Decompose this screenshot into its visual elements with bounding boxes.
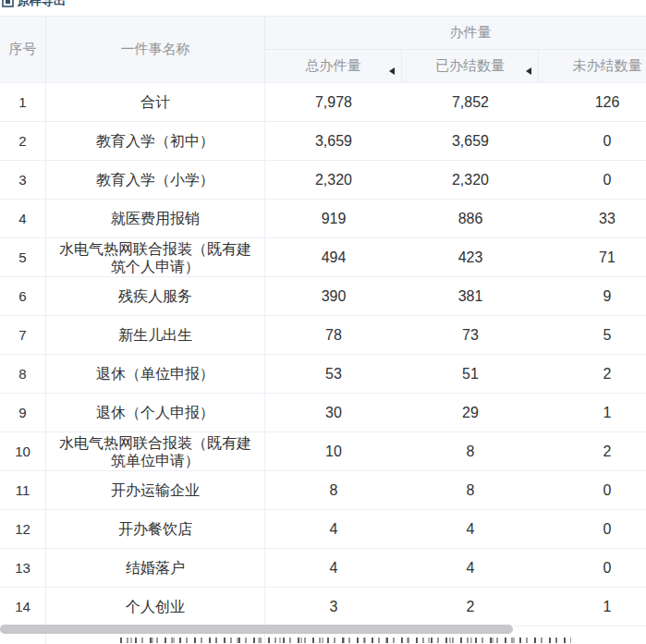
row-total-cell: 4 — [265, 549, 402, 587]
table-row: 10 水电气热网联合报装（既有建筑单位申请） 10 8 2 — [0, 432, 646, 471]
table-row: 11 开办运输企业 8 8 0 — [0, 471, 646, 510]
table-row: 2 教育入学（初中） 3,659 3,659 0 — [0, 122, 646, 161]
row-total-cell: 3,659 — [265, 122, 402, 160]
table-row: 7 新生儿出生 78 73 5 — [0, 316, 646, 355]
row-index-cell: 13 — [0, 549, 46, 587]
row-index-cell: 3 — [0, 161, 46, 199]
table-row: 1 合计 7,978 7,852 126 — [0, 83, 646, 122]
row-index-cell: 11 — [0, 471, 46, 509]
header-total-label: 总办件量 — [306, 57, 361, 75]
row-done-cell: 51 — [402, 355, 539, 393]
sort-caret-icon[interactable] — [526, 67, 531, 75]
table-row: 3 教育入学（小学） 2,320 2,320 0 — [0, 161, 646, 200]
table-header: 序号 一件事名称 办件量 总办件量 已办结数量 未办结数量 — [0, 16, 646, 83]
row-total-cell: 4 — [265, 510, 402, 548]
table-row: 14 个人创业 3 2 1 — [0, 588, 646, 626]
row-name-cell: 水电气热网联合报装（既有建筑单位申请） — [46, 432, 265, 470]
header-total[interactable]: 总办件量 — [265, 50, 402, 83]
row-index-cell: 14 — [0, 588, 46, 626]
horizontal-scrollbar-thumb[interactable] — [0, 625, 513, 634]
header-undone-label: 未办结数量 — [573, 57, 642, 75]
row-index-cell: 8 — [0, 355, 46, 393]
row-undone-cell: 2 — [539, 355, 646, 393]
header-group-label: 办件量 — [265, 17, 646, 50]
row-index-cell: 12 — [0, 510, 46, 548]
table-viewport: 序号 一件事名称 办件量 总办件量 已办结数量 未办结数量 — [0, 16, 646, 644]
header-subrow: 总办件量 已办结数量 未办结数量 — [265, 50, 646, 83]
row-total-cell: 2,320 — [265, 161, 402, 199]
row-done-cell: 423 — [402, 238, 539, 276]
row-total-cell: 8 — [265, 471, 402, 509]
row-done-cell: 3,659 — [402, 122, 539, 160]
row-done-cell: 2 — [402, 588, 539, 626]
row-done-cell: 8 — [402, 471, 539, 509]
row-index-cell: 7 — [0, 316, 46, 354]
row-undone-cell: 71 — [539, 238, 646, 276]
row-name-cell: 合计 — [46, 83, 265, 121]
row-name-cell: 教育入学（小学） — [46, 161, 265, 199]
row-done-cell: 886 — [402, 200, 539, 237]
row-undone-cell: 9 — [539, 277, 646, 315]
row-total-cell: 30 — [265, 394, 402, 431]
row-name-cell: 新生儿出生 — [46, 316, 265, 354]
table-row: 9 退休（个人申报） 30 29 1 — [0, 394, 646, 432]
row-index-cell: 2 — [0, 122, 46, 160]
header-done-label: 已办结数量 — [435, 57, 505, 75]
row-name-cell: 结婚落户 — [46, 549, 265, 587]
table-row: 8 退休（单位申报） 53 51 2 — [0, 355, 646, 394]
row-undone-cell: 0 — [539, 471, 646, 509]
header-group-volume: 办件量 总办件量 已办结数量 未办结数量 — [265, 17, 646, 82]
row-done-cell: 73 — [402, 316, 539, 354]
row-index-cell: 5 — [0, 238, 46, 276]
table-row: 4 就医费用报销 919 886 33 — [0, 200, 646, 238]
row-undone-cell: 0 — [539, 122, 646, 160]
row-index-cell: 1 — [0, 83, 46, 121]
row-index-cell: 9 — [0, 394, 46, 431]
row-undone-cell: 0 — [539, 510, 646, 548]
row-total-cell: 494 — [265, 238, 402, 276]
table-row: 6 残疾人服务 390 381 9 — [0, 277, 646, 316]
row-total-cell: 390 — [265, 277, 402, 315]
header-name: 一件事名称 — [46, 17, 265, 82]
header-index: 序号 — [0, 17, 46, 82]
row-total-cell: 10 — [265, 432, 402, 470]
clipped-row-text — [120, 638, 571, 643]
export-original-label: 原样导出 — [18, 0, 66, 8]
row-name-cell: 开办运输企业 — [46, 471, 265, 509]
data-table: 序号 一件事名称 办件量 总办件量 已办结数量 未办结数量 — [0, 16, 646, 644]
row-undone-cell: 0 — [539, 161, 646, 199]
row-name-cell: 水电气热网联合报装（既有建筑个人申请） — [46, 238, 265, 276]
row-undone-cell: 0 — [539, 549, 646, 587]
row-done-cell: 381 — [402, 277, 539, 315]
row-total-cell: 7,978 — [265, 83, 402, 121]
row-index-cell: 10 — [0, 432, 46, 470]
row-done-cell: 2,320 — [402, 161, 539, 199]
row-done-cell: 4 — [402, 510, 539, 548]
row-name-cell: 退休（个人申报） — [46, 394, 265, 431]
export-original-button[interactable]: 原样导出 — [2, 0, 66, 8]
row-name-cell: 就医费用报销 — [46, 200, 265, 237]
header-done[interactable]: 已办结数量 — [402, 50, 539, 83]
row-name-cell: 个人创业 — [46, 588, 265, 626]
row-undone-cell: 2 — [539, 432, 646, 470]
header-undone[interactable]: 未办结数量 — [539, 50, 646, 83]
row-name-cell: 开办餐饮店 — [46, 510, 265, 548]
row-index-cell: 6 — [0, 277, 46, 315]
row-name-cell: 残疾人服务 — [46, 277, 265, 315]
row-total-cell: 919 — [265, 200, 402, 237]
row-name-cell: 教育入学（初中） — [46, 122, 265, 160]
row-undone-cell: 1 — [539, 588, 646, 626]
row-undone-cell: 5 — [539, 316, 646, 354]
export-document-icon — [2, 0, 14, 7]
row-done-cell: 7,852 — [402, 83, 539, 121]
row-total-cell: 3 — [265, 588, 402, 626]
table-row: 13 结婚落户 4 4 0 — [0, 549, 646, 588]
row-total-cell: 53 — [265, 355, 402, 393]
row-undone-cell: 126 — [539, 83, 646, 121]
row-total-cell: 78 — [265, 316, 402, 354]
table-row: 5 水电气热网联合报装（既有建筑个人申请） 494 423 71 — [0, 238, 646, 277]
row-name-cell: 退休（单位申报） — [46, 355, 265, 393]
row-done-cell: 8 — [402, 432, 539, 470]
row-done-cell: 4 — [402, 549, 539, 587]
sort-caret-icon[interactable] — [389, 67, 395, 75]
